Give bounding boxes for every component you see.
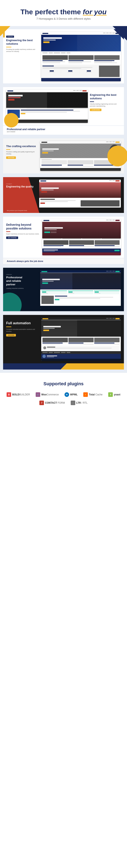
journey-text — [55, 297, 113, 298]
demo6-content — [40, 289, 121, 306]
demo3-title: The crafting excellence — [6, 145, 38, 148]
feature-text — [94, 344, 120, 344]
plugin-ltr-rtl: ↔ LTR / RTL — [71, 401, 88, 405]
feature-title — [94, 60, 115, 61]
page-title: The perfect theme for you — [10, 8, 117, 16]
feature-text — [69, 344, 94, 344]
demo1-website-mock — [41, 32, 121, 81]
section-text — [42, 67, 92, 68]
feature-img — [94, 338, 120, 342]
demo1-hero — [41, 35, 121, 51]
content-title — [40, 199, 55, 200]
demo6-stats — [41, 290, 120, 294]
title-underline — [6, 149, 10, 150]
hero-subheading — [42, 150, 54, 151]
nav-item — [112, 33, 115, 33]
demo1-footer — [41, 78, 121, 81]
section-text — [42, 68, 81, 69]
feature-title — [43, 245, 64, 246]
demo6-journey — [41, 295, 120, 305]
hero-heading — [42, 279, 60, 280]
title-underline — [6, 327, 11, 327]
feature-img — [69, 338, 94, 342]
hero-subheading — [43, 39, 56, 40]
stat-label — [95, 293, 100, 293]
demo2-section: Engineering the best solutions Industry … — [3, 87, 124, 135]
plugin-yoast: Y yoast — [108, 392, 120, 397]
nav-item — [103, 33, 105, 33]
title-underline — [90, 101, 94, 102]
nav-cta — [116, 142, 120, 143]
bold-builder-icon: B — [7, 392, 11, 397]
hero-cta — [43, 41, 49, 43]
demo2-logo-bar — [6, 108, 88, 108]
person-name — [47, 355, 57, 356]
stats-row — [42, 69, 98, 73]
demo5-cta-section — [42, 248, 121, 252]
yellow-accent-bar — [3, 29, 5, 37]
demo5-tagline-area: Amwork always gets the job done — [3, 258, 124, 264]
demo5-nav — [42, 219, 121, 222]
demo7-person-bar — [41, 354, 121, 359]
ltr-label: LTR / RTL — [76, 401, 88, 404]
journey-btn — [55, 299, 59, 300]
demo5-menu — [106, 220, 120, 221]
demo4-logo — [40, 180, 46, 182]
demo6-nav — [40, 270, 121, 273]
demo4-label: PAYMENT — [6, 183, 37, 185]
partner-logo — [42, 352, 48, 353]
demo2-tagline: Professional and reliable partner — [7, 128, 120, 131]
demo4-hero — [39, 182, 121, 198]
feature-img — [68, 160, 93, 164]
demo5-text: Delivering beyond possible solutions Exp… — [6, 221, 40, 241]
feature-text — [95, 246, 120, 247]
demo3-desc: Precision crafting and quality engineeri… — [6, 151, 38, 155]
nav-item — [112, 142, 115, 142]
feature-img — [69, 55, 94, 60]
woocommerce-label: WooCommerce — [41, 393, 58, 396]
feature-text — [69, 62, 82, 63]
demo2-website-mock — [6, 90, 88, 123]
feature-text — [69, 61, 91, 62]
demo6-text: AMWORK Professionaland reliablepartner L… — [6, 272, 38, 291]
hero-img — [77, 320, 121, 337]
demo5-logo — [43, 220, 49, 221]
feature — [94, 338, 120, 345]
stat-label — [42, 293, 48, 293]
yoast-label: yoast — [114, 393, 120, 396]
content-text — [40, 201, 68, 202]
journey-text — [55, 298, 100, 299]
nav-item — [112, 318, 115, 319]
demo7-features — [42, 338, 120, 345]
demo5-footer — [42, 252, 121, 255]
stat — [80, 69, 98, 73]
demo3-cta[interactable]: DISCOVER — [6, 156, 16, 159]
demo5-cta[interactable]: GET STARTED — [6, 237, 18, 239]
nav-item — [109, 318, 112, 319]
demo2-cta[interactable]: LEARN MORE — [90, 108, 101, 111]
nav-item — [106, 33, 109, 33]
demo2-menu — [73, 90, 87, 91]
feature-title — [69, 60, 84, 61]
total-cache-label: Total Cache — [89, 393, 102, 396]
demo3-features — [41, 160, 120, 167]
hero-subheading — [42, 281, 54, 282]
demo7-cta[interactable]: DISCOVER — [6, 334, 16, 336]
demo3-logo — [41, 142, 47, 143]
demo4-title: Engineering the quality — [6, 185, 37, 188]
stat-item — [94, 290, 120, 294]
feature-title — [69, 245, 84, 246]
stat-item — [41, 290, 67, 294]
composite-inner: AMWORK Engineering the best solutions Pr… — [3, 29, 124, 370]
hero-subheading — [43, 328, 55, 329]
logo — [61, 52, 66, 53]
demo7-title: Full automation — [6, 321, 39, 326]
feature — [69, 338, 94, 345]
demo1-content — [41, 54, 121, 65]
demo7-footer — [41, 359, 121, 361]
nav-cta — [116, 271, 120, 272]
demo3-footer — [40, 168, 121, 171]
plugin-wpml: W WPML — [65, 392, 78, 397]
demo7-partner-bar — [41, 351, 121, 354]
feature-title — [94, 165, 115, 165]
